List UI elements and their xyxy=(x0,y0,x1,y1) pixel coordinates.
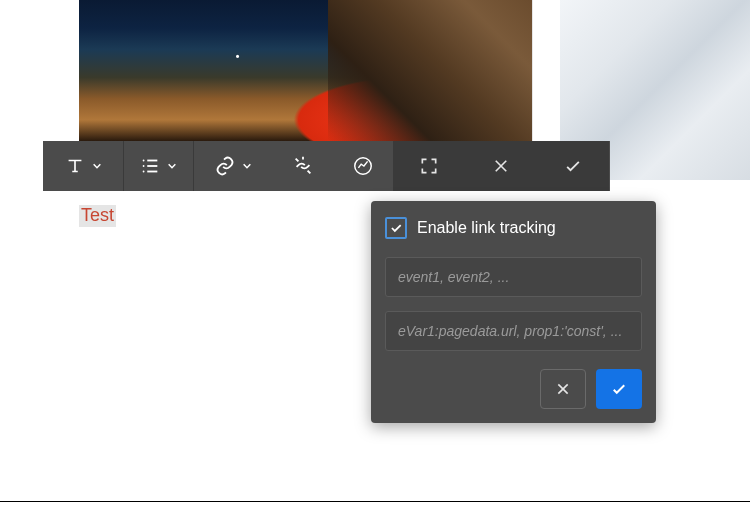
evars-input[interactable] xyxy=(385,311,642,351)
link-dropdown[interactable] xyxy=(193,141,273,191)
selected-text[interactable]: Test xyxy=(79,205,116,227)
text-format-icon xyxy=(64,155,86,177)
check-icon xyxy=(610,380,628,398)
link-icon xyxy=(214,155,236,177)
toolbar-cancel-button[interactable] xyxy=(465,141,537,191)
rte-toolbar xyxy=(43,141,610,191)
events-input[interactable] xyxy=(385,257,642,297)
hero-image-camping xyxy=(79,0,533,141)
analytics-button[interactable] xyxy=(333,141,393,191)
close-icon xyxy=(492,157,510,175)
page-divider xyxy=(0,501,750,502)
toolbar-confirm-button[interactable] xyxy=(537,141,609,191)
popover-cancel-button[interactable] xyxy=(540,369,586,409)
close-icon xyxy=(555,381,571,397)
list-dropdown[interactable] xyxy=(123,141,193,191)
enable-link-tracking-label: Enable link tracking xyxy=(417,219,556,237)
svg-point-2 xyxy=(143,171,145,173)
popover-confirm-button[interactable] xyxy=(596,369,642,409)
fullscreen-button[interactable] xyxy=(393,141,465,191)
unlink-icon xyxy=(292,155,314,177)
svg-line-6 xyxy=(296,159,299,162)
fullscreen-icon xyxy=(419,156,439,176)
list-icon xyxy=(139,155,161,177)
chevron-down-icon xyxy=(167,161,177,171)
link-tracking-popover: Enable link tracking xyxy=(371,201,656,423)
unlink-button[interactable] xyxy=(273,141,333,191)
svg-point-0 xyxy=(143,160,145,162)
analytics-icon xyxy=(352,155,374,177)
chevron-down-icon xyxy=(242,161,252,171)
enable-link-tracking-checkbox[interactable] xyxy=(385,217,407,239)
check-icon xyxy=(563,156,583,176)
chevron-down-icon xyxy=(92,161,102,171)
svg-line-7 xyxy=(308,171,311,174)
svg-point-1 xyxy=(143,165,145,167)
check-icon xyxy=(389,221,403,235)
text-format-dropdown[interactable] xyxy=(43,141,123,191)
